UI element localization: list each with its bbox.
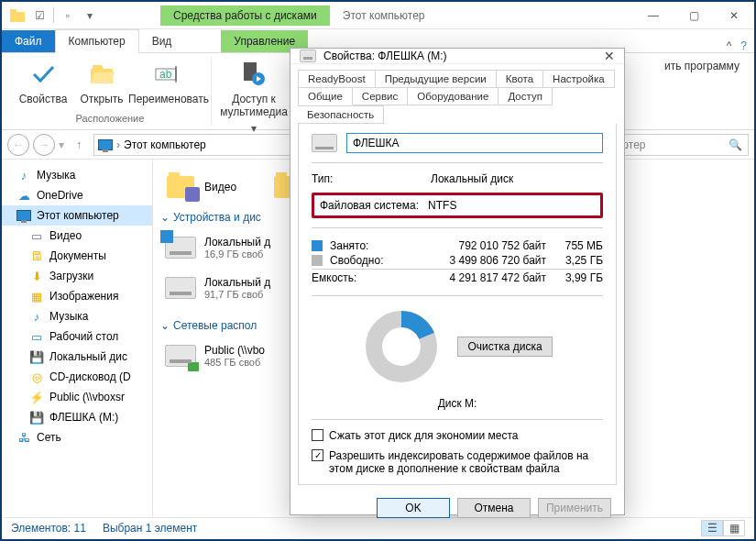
tree-item-label: Документы <box>49 249 106 262</box>
chevron-down-icon: ⌄ <box>160 211 170 224</box>
used-human: 755 МБ <box>553 239 603 252</box>
maximize-button[interactable]: ▢ <box>674 2 714 29</box>
used-bytes: 792 010 752 байт <box>401 239 546 252</box>
ribbon-group-location: Расположение <box>76 113 145 126</box>
qat-dropdown-icon[interactable]: ▾ <box>80 6 100 26</box>
index-checkbox[interactable]: ✓ <box>312 449 323 461</box>
tree-item[interactable]: ⚡Public (\\vboxsr <box>2 387 152 407</box>
drive-icon <box>164 231 197 264</box>
usage-donut-chart <box>362 307 441 386</box>
dialog-tab[interactable]: Предыдущие версии <box>376 70 497 88</box>
folder-label: Видео <box>204 181 236 193</box>
tree-item-label: ФЛЕШКА (M:) <box>49 411 118 424</box>
dialog-close-button[interactable]: ✕ <box>604 49 615 63</box>
drive-freespace: 16,9 ГБ своб <box>204 248 270 259</box>
used-swatch <box>312 240 323 251</box>
cancel-button[interactable]: Отмена <box>457 498 531 518</box>
ribbon-rename-button[interactable]: abПереименовать <box>132 57 205 108</box>
dialog-title-bar: Свойства: ФЛЕШКА (M:) ✕ <box>290 49 624 64</box>
nav-back-button[interactable]: ← <box>7 134 29 156</box>
drive-label: Локальный д <box>204 276 270 289</box>
svg-rect-1 <box>10 9 16 13</box>
folder-item[interactable]: Видео <box>160 167 240 207</box>
tab-view[interactable]: Вид <box>139 30 185 52</box>
chevron-down-icon: ⌄ <box>160 319 170 332</box>
ribbon-properties-button[interactable]: Свойства <box>15 57 71 108</box>
tree-item[interactable]: ⬇Загрузки <box>2 266 152 286</box>
navigation-tree[interactable]: ♪Музыка☁OneDriveЭтот компьютер▭Видео🖺Док… <box>2 160 153 519</box>
drive-icon <box>164 271 197 304</box>
tree-item[interactable]: 💾Локальный дис <box>2 347 152 367</box>
dialog-tab[interactable]: Оборудование <box>408 87 499 105</box>
ribbon-change-program-button[interactable]: ить программу <box>663 57 741 75</box>
ok-button[interactable]: OK <box>377 498 450 518</box>
tree-item-icon: ⬇ <box>29 269 44 283</box>
tree-item-icon: ♪ <box>29 309 44 324</box>
pc-icon <box>98 139 113 150</box>
tab-file[interactable]: Файл <box>2 30 55 52</box>
tree-item-label: Загрузки <box>49 270 93 282</box>
tree-item[interactable]: 🖧Сеть <box>2 427 152 447</box>
tree-item[interactable]: Этот компьютер <box>2 205 152 226</box>
tree-item-icon: ▦ <box>29 289 44 304</box>
tree-item[interactable]: 💾ФЛЕШКА (M:) <box>2 407 152 427</box>
tree-item[interactable]: ◎CD-дисковод (D <box>2 367 152 387</box>
dialog-tab[interactable]: Квота <box>497 70 543 88</box>
ribbon-open-button[interactable]: Открыть <box>73 57 130 108</box>
filesystem-value: NTFS <box>428 199 456 212</box>
dialog-tab[interactable]: Настройка <box>543 70 615 88</box>
volume-name-input[interactable] <box>346 133 603 153</box>
tree-item[interactable]: ☁OneDrive <box>2 185 152 205</box>
view-details-button[interactable]: ☰ <box>701 520 723 536</box>
view-icons-button[interactable]: ▦ <box>723 520 745 536</box>
help-icon[interactable]: ? <box>740 39 747 52</box>
status-selection: Выбран 1 элемент <box>103 522 197 535</box>
tree-item-label: Изображения <box>49 290 118 303</box>
minimize-button[interactable]: — <box>633 2 674 29</box>
title-bar: ☑ ▫ ▾ Средства работы с дисками Этот ком… <box>2 2 754 29</box>
tab-computer[interactable]: Компьютер <box>55 29 139 53</box>
tree-item-label: Музыка <box>49 310 88 323</box>
dialog-tab[interactable]: Безопасность <box>298 105 384 124</box>
nav-history-dropdown[interactable]: ▾ <box>59 138 64 151</box>
tree-item[interactable]: 🖺Документы <box>2 246 152 266</box>
tree-item[interactable]: ♪Музыка <box>2 306 152 326</box>
tree-item-icon: 💾 <box>29 349 44 364</box>
tree-item[interactable]: ♪Музыка <box>2 165 152 185</box>
free-label: Свободно: <box>330 254 394 267</box>
ribbon-media-access-button[interactable]: Доступ к мультимедиа▾ <box>217 57 290 138</box>
used-label: Занято: <box>330 239 394 252</box>
dialog-tab[interactable]: ReadyBoost <box>298 70 376 88</box>
qat-props-icon[interactable]: ☑ <box>29 6 49 26</box>
free-swatch <box>312 255 323 266</box>
media-icon <box>239 60 268 89</box>
close-button[interactable]: ✕ <box>714 2 754 29</box>
tree-item[interactable]: ▭Рабочий стол <box>2 326 152 347</box>
dialog-tab[interactable]: Сервис <box>353 87 408 105</box>
explorer-icon <box>7 6 27 26</box>
apply-button[interactable]: Применить <box>538 498 611 518</box>
ribbon-collapse-icon[interactable]: ^ <box>727 39 732 52</box>
dialog-tab[interactable]: Доступ <box>499 87 552 105</box>
disk-label: Диск M: <box>312 397 603 410</box>
qat-newfolder-icon[interactable]: ▫ <box>58 6 78 26</box>
breadcrumb-item[interactable]: Этот компьютер <box>124 138 206 151</box>
index-label: Разрешить индексировать содержимое файло… <box>329 449 603 475</box>
compress-checkbox[interactable] <box>312 429 323 441</box>
nav-forward-button[interactable]: → <box>33 134 55 156</box>
tree-item-label: CD-дисковод (D <box>49 370 131 383</box>
tree-item-icon: ⚡ <box>29 390 44 404</box>
window-title: Этот компьютер <box>343 9 425 22</box>
tree-item-label: Этот компьютер <box>37 209 119 222</box>
dialog-title: Свойства: ФЛЕШКА (M:) <box>323 50 447 62</box>
tree-item[interactable]: ▦Изображения <box>2 286 152 306</box>
disk-cleanup-button[interactable]: Очистка диска <box>457 337 552 357</box>
search-icon: 🔍 <box>729 138 742 151</box>
dialog-tab[interactable]: Общие <box>298 87 353 105</box>
tree-item-label: OneDrive <box>37 189 83 202</box>
nav-up-button[interactable]: ↑ <box>68 134 90 156</box>
svg-rect-0 <box>10 12 25 22</box>
tree-item-icon <box>16 208 31 223</box>
svg-text:ab: ab <box>159 68 172 81</box>
tree-item[interactable]: ▭Видео <box>2 226 152 246</box>
